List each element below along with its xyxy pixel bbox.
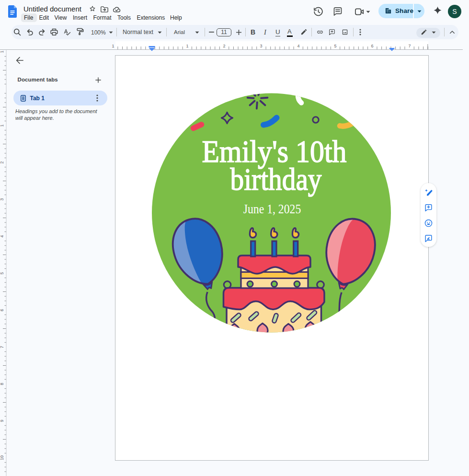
svg-text:2: 2 [0,161,4,163]
svg-text:10: 10 [0,455,4,460]
svg-text:1: 1 [0,124,4,127]
svg-text:9: 9 [0,419,4,422]
svg-text:birthday: birthday [230,162,322,197]
svg-text:1: 1 [112,44,114,48]
svg-text:6: 6 [0,309,4,311]
svg-text:7: 7 [408,44,411,48]
svg-text:3: 3 [0,198,4,200]
svg-text:1: 1 [0,50,4,53]
svg-text:7: 7 [0,346,4,348]
svg-text:5: 5 [0,272,4,274]
svg-text:June 1, 2025: June 1, 2025 [243,201,301,216]
svg-text:4: 4 [0,235,4,237]
svg-text:8: 8 [0,383,4,385]
